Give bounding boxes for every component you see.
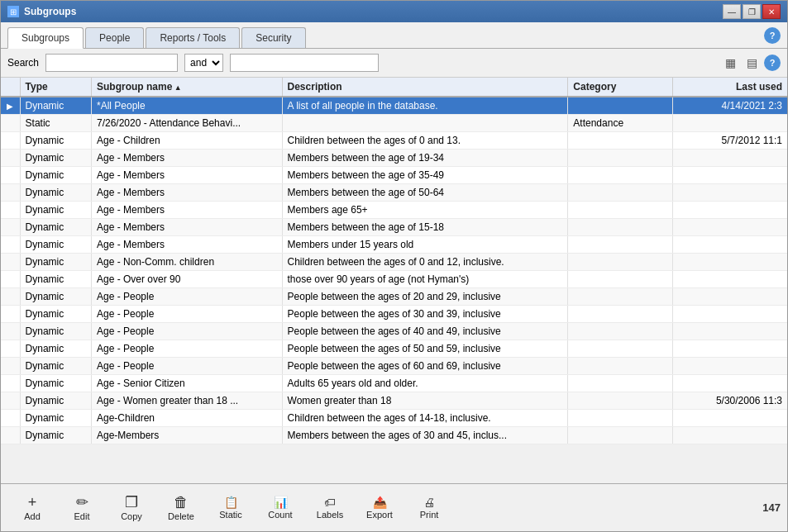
row-category (568, 167, 673, 184)
row-arrow (1, 375, 20, 392)
row-type: Dynamic (20, 132, 91, 150)
close-button[interactable]: ✕ (762, 4, 781, 19)
row-lastused (673, 219, 787, 236)
table-row[interactable]: DynamicAge - MembersMembers between the … (1, 150, 787, 167)
col-header-type[interactable]: Type (20, 78, 91, 97)
export-label: Export (366, 510, 393, 520)
help-button[interactable]: ? (764, 27, 781, 44)
tab-reports[interactable]: Reports / Tools (146, 27, 240, 48)
col-header-lastused[interactable]: Last used (673, 78, 787, 97)
export-button[interactable]: 📤 Export (355, 492, 404, 524)
table-scroll[interactable]: Type Subgroup name Description Category … (1, 78, 787, 483)
row-arrow: ▶ (1, 97, 20, 115)
search-help-button[interactable]: ? (764, 55, 781, 71)
row-type: Dynamic (20, 236, 91, 254)
row-arrow (1, 306, 20, 323)
row-arrow (1, 236, 20, 254)
row-description: Children between the ages of 14-18, incl… (282, 410, 568, 427)
main-window: ⊞ Subgroups — ❐ ✕ Subgroups People Repor… (0, 0, 788, 532)
row-description: People between the ages of 20 and 29, in… (282, 288, 568, 306)
search-input2[interactable] (230, 54, 379, 72)
col-header-name[interactable]: Subgroup name (92, 78, 283, 97)
add-button[interactable]: + Add (7, 491, 57, 525)
table-row[interactable]: DynamicAge - MembersMembers between the … (1, 184, 787, 202)
row-arrow (1, 271, 20, 288)
delete-button[interactable]: 🗑 Delete (156, 491, 206, 525)
row-category (568, 306, 673, 323)
toolbar-right: ▦ ▤ ? (721, 54, 781, 72)
and-select[interactable]: and or (184, 54, 223, 72)
row-name: Age - People (92, 340, 283, 358)
row-name: Age - Members (92, 219, 283, 236)
row-description: People between the ages of 40 and 49, in… (282, 323, 568, 340)
row-name: Age - People (92, 288, 283, 306)
row-type: Dynamic (20, 288, 91, 306)
table-row[interactable]: DynamicAge - Non-Comm. childrenChildren … (1, 254, 787, 271)
window-title: Subgroups (24, 6, 718, 17)
row-arrow (1, 254, 20, 271)
table-row[interactable]: DynamicAge - PeoplePeople between the ag… (1, 323, 787, 340)
window-icon: ⊞ (7, 6, 19, 17)
search-input[interactable] (45, 54, 178, 72)
table-row[interactable]: DynamicAge - MembersMembers age 65+ (1, 202, 787, 219)
row-type: Dynamic (20, 202, 91, 219)
table-row[interactable]: DynamicAge - Senior CitizenAdults 65 yea… (1, 375, 787, 392)
row-description: those over 90 years of age (not Hyman's) (282, 271, 568, 288)
table-row[interactable]: DynamicAge - Over over 90those over 90 y… (1, 271, 787, 288)
table-row[interactable]: DynamicAge-MembersMembers between the ag… (1, 427, 787, 444)
table-row[interactable]: DynamicAge-ChildrenChildren between the … (1, 410, 787, 427)
row-category (568, 375, 673, 392)
table-row[interactable]: DynamicAge - PeoplePeople between the ag… (1, 288, 787, 306)
table-row[interactable]: DynamicAge - PeoplePeople between the ag… (1, 358, 787, 375)
table-row[interactable]: DynamicAge - PeoplePeople between the ag… (1, 306, 787, 323)
row-name: Age - Over over 90 (92, 271, 283, 288)
copy-button[interactable]: ❐ Copy (107, 491, 156, 525)
table-row[interactable]: DynamicAge - MembersMembers between the … (1, 219, 787, 236)
table-row[interactable]: Static7/26/2020 - Attendance Behavi...At… (1, 115, 787, 132)
row-name: Age - Non-Comm. children (92, 254, 283, 271)
table-row[interactable]: DynamicAge - MembersMembers between the … (1, 167, 787, 184)
row-arrow (1, 392, 20, 410)
minimize-button[interactable]: — (723, 4, 741, 19)
row-type: Dynamic (20, 219, 91, 236)
row-lastused (673, 410, 787, 427)
print-icon: 🖨 (423, 496, 435, 508)
row-lastused (673, 375, 787, 392)
table-row[interactable]: DynamicAge - MembersMembers under 15 yea… (1, 236, 787, 254)
table-row[interactable]: DynamicAge - Women greater than 18 ...Wo… (1, 392, 787, 410)
row-name: Age - Members (92, 202, 283, 219)
static-button[interactable]: 📋 Static (206, 492, 256, 524)
row-category (568, 236, 673, 254)
row-lastused (673, 323, 787, 340)
list-view-button[interactable]: ▤ (743, 54, 761, 72)
table-row[interactable]: DynamicAge - ChildrenChildren between th… (1, 132, 787, 150)
title-bar: ⊞ Subgroups — ❐ ✕ (1, 1, 787, 22)
static-label: Static (219, 510, 242, 520)
col-header-description[interactable]: Description (282, 78, 568, 97)
tab-subgroups[interactable]: Subgroups (7, 27, 84, 49)
row-lastused (673, 427, 787, 444)
col-header-category[interactable]: Category (568, 78, 673, 97)
table-row[interactable]: ▶Dynamic*All PeopleA list of all people … (1, 97, 787, 115)
row-description: A list of all people in the database. (282, 97, 568, 115)
row-category (568, 358, 673, 375)
print-button[interactable]: 🖨 Print (404, 492, 454, 524)
row-type: Dynamic (20, 323, 91, 340)
search-toolbar: Search and or ▦ ▤ ? (1, 49, 787, 78)
table-row[interactable]: DynamicAge - PeoplePeople between the ag… (1, 340, 787, 358)
restore-button[interactable]: ❐ (743, 4, 761, 19)
row-arrow (1, 184, 20, 202)
row-type: Dynamic (20, 410, 91, 427)
count-button[interactable]: 📊 Count (256, 492, 305, 524)
row-arrow (1, 427, 20, 444)
grid-view-button[interactable]: ▦ (721, 54, 739, 72)
row-description: Adults 65 years old and older. (282, 375, 568, 392)
row-type: Dynamic (20, 150, 91, 167)
edit-button[interactable]: ✏ Edit (57, 491, 107, 525)
tab-security[interactable]: Security (241, 27, 305, 48)
tab-people[interactable]: People (85, 27, 144, 48)
labels-button[interactable]: 🏷 Labels (305, 492, 355, 524)
row-description: Members under 15 years old (282, 236, 568, 254)
row-category (568, 184, 673, 202)
row-type: Dynamic (20, 271, 91, 288)
